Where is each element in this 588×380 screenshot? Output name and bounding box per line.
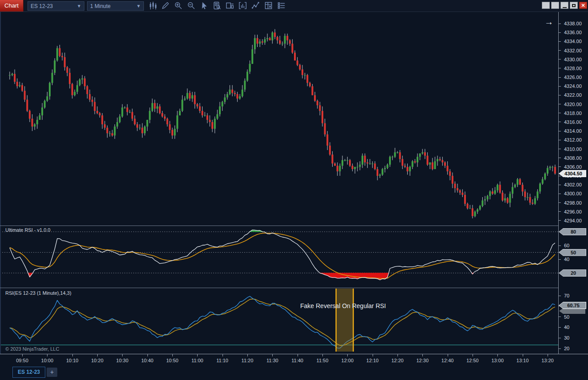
- panel-separator[interactable]: [0, 226, 558, 226]
- candle-body: [84, 79, 86, 87]
- candle-body: [9, 75, 11, 75]
- instrument-dropdown[interactable]: ES 12-23 ▼: [28, 1, 84, 11]
- price-axis-label: 4296.00: [564, 209, 582, 214]
- price-axis-label: 4312.00: [564, 137, 582, 142]
- price-axis-label: 4320.00: [564, 102, 582, 107]
- chart-canvas[interactable]: [0, 0, 588, 380]
- candle-body: [507, 198, 509, 203]
- candle-body: [44, 101, 46, 107]
- axis-tick: [222, 354, 223, 356]
- candle-body: [39, 115, 40, 120]
- candle-body: [386, 165, 388, 168]
- candle-body: [246, 71, 248, 80]
- minimize-button[interactable]: [560, 2, 568, 9]
- data-box-icon[interactable]: [213, 1, 221, 10]
- highlight-region[interactable]: [336, 289, 353, 352]
- time-axis-label: 10:10: [66, 358, 79, 363]
- candle-body: [329, 146, 331, 154]
- candle-body: [16, 82, 18, 86]
- time-axis-label: 13:00: [492, 358, 504, 363]
- candle-body: [131, 112, 133, 119]
- axis-tick: [559, 338, 561, 338]
- drawing-tools-icon[interactable]: [251, 1, 260, 10]
- candle-body: [262, 41, 263, 43]
- indicator-axis-label: 70: [564, 293, 569, 298]
- annotation-text[interactable]: Fake Reversal On Regular RSI: [300, 302, 386, 309]
- candle-body: [362, 156, 363, 165]
- candle-body: [542, 179, 544, 184]
- chart-indicator-icon[interactable]: [238, 1, 247, 10]
- candle-body: [49, 83, 51, 96]
- candle-body: [532, 203, 533, 204]
- candle-body: [211, 122, 213, 129]
- close-button[interactable]: ✕: [579, 2, 587, 9]
- axis-tick: [559, 211, 561, 212]
- axis-tick: [559, 149, 561, 149]
- chart-workspace-tab[interactable]: Chart: [0, 0, 24, 12]
- candle-body: [54, 60, 56, 73]
- candle-body: [417, 157, 418, 162]
- draw-icon[interactable]: [161, 1, 170, 10]
- candle-body: [229, 90, 231, 94]
- candle-body: [231, 90, 233, 93]
- maximize-button[interactable]: [570, 2, 578, 9]
- panel-separator[interactable]: [0, 288, 558, 288]
- time-axis-label: 11:40: [291, 358, 303, 363]
- cursor-icon[interactable]: [200, 1, 208, 10]
- price-axis-label: 4334.00: [564, 39, 582, 44]
- candle-body: [89, 94, 91, 100]
- candle-body: [326, 135, 328, 146]
- candle-body: [366, 162, 368, 164]
- candle-body: [119, 116, 121, 122]
- candle-body: [21, 85, 23, 91]
- zoom-out-icon[interactable]: [187, 1, 195, 10]
- indicator-axis-label: 50: [564, 314, 569, 320]
- candle-body: [484, 199, 486, 201]
- axis-tick: [22, 354, 23, 356]
- candle-body: [552, 167, 553, 167]
- candle-body: [344, 160, 346, 161]
- properties-list-icon[interactable]: [277, 1, 286, 10]
- candle-body: [151, 103, 153, 111]
- candle-body: [91, 100, 93, 102]
- candle-body: [139, 128, 141, 128]
- axis-tick: [559, 122, 561, 122]
- candle-body: [79, 79, 81, 85]
- grid-properties-icon[interactable]: [264, 1, 273, 10]
- axis-tick: [322, 354, 323, 356]
- interval-link-button[interactable]: [551, 2, 559, 9]
- price-axis-label: 4316.00: [564, 119, 582, 125]
- zoom-in-icon[interactable]: [174, 1, 183, 10]
- price-axis-label: 4310.00: [564, 146, 582, 152]
- chart-trader-icon[interactable]: [226, 1, 234, 10]
- axis-tick: [559, 86, 561, 87]
- instrument-link-button[interactable]: [542, 2, 550, 9]
- candle-body: [129, 112, 131, 112]
- highlight-region-border[interactable]: [353, 289, 354, 352]
- candle-body: [512, 187, 513, 194]
- highlight-region-border[interactable]: [335, 289, 337, 352]
- axis-tick: [298, 354, 298, 356]
- chart-style-icon[interactable]: [148, 1, 157, 10]
- axis-tick: [422, 354, 423, 356]
- candle-body: [149, 111, 151, 120]
- ultimate-rsi-panel-label: Ultimate RSI - v1.0.0: [5, 227, 50, 233]
- go-to-last-bar-icon[interactable]: →: [544, 17, 553, 27]
- price-axis-label: 4318.00: [564, 111, 582, 116]
- candle-body: [101, 115, 103, 124]
- candle-body: [346, 160, 348, 161]
- interval-dropdown[interactable]: 1 Minute ▼: [87, 1, 144, 11]
- candle-body: [406, 167, 408, 171]
- candle-body: [259, 41, 261, 44]
- candle-body: [251, 49, 253, 64]
- candle-body: [524, 191, 526, 197]
- candle-body: [339, 166, 341, 171]
- axis-tick: [559, 158, 561, 158]
- candle-body: [116, 122, 118, 127]
- candle-body: [331, 154, 333, 163]
- candle-body: [187, 93, 188, 99]
- candle-body: [389, 157, 391, 165]
- add-tab-button[interactable]: +: [47, 368, 57, 377]
- candle-body: [377, 169, 378, 176]
- instrument-tab[interactable]: ES 12-23: [12, 367, 45, 378]
